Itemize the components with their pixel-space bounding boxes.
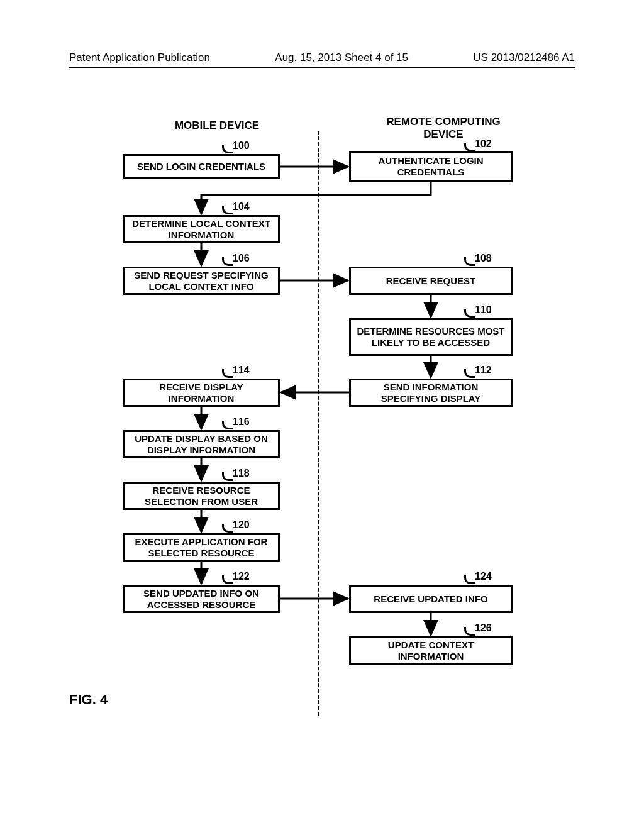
header-publication-number: US 2013/0212486 A1 (473, 52, 575, 64)
header-publication: Patent Application Publication (69, 52, 210, 64)
flowchart-diagram: MOBILE DEVICE REMOTE COMPUTING DEVICE SE… (85, 119, 563, 723)
figure-label: FIG. 4 (69, 692, 108, 708)
header-sheet-info: Aug. 15, 2013 Sheet 4 of 15 (275, 52, 408, 64)
page-header: Patent Application Publication Aug. 15, … (69, 52, 575, 68)
flowchart-arrows (85, 119, 563, 723)
